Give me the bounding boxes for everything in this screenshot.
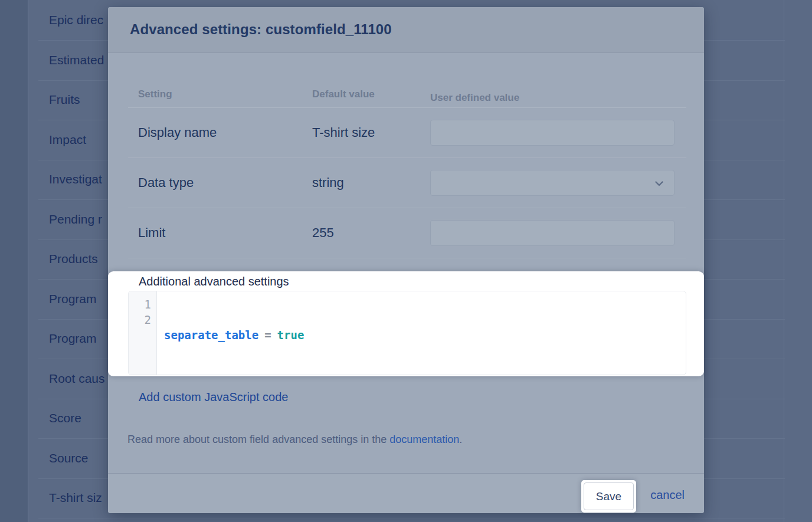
read-more-suffix: . bbox=[459, 434, 462, 445]
code-boolean: true bbox=[230, 375, 257, 375]
additional-settings-label: Additional advanced settings bbox=[139, 275, 289, 288]
line-number-gutter: 1 2 bbox=[129, 291, 157, 375]
table-row-display-name: Display name T-shirt size bbox=[128, 108, 686, 158]
table-row-limit: Limit 255 bbox=[128, 208, 686, 258]
field-list-item: Estimated bbox=[49, 52, 104, 68]
code-operator: = bbox=[217, 375, 224, 375]
spotlight-save-button: Save bbox=[581, 480, 636, 513]
background-right-column-divider bbox=[784, 0, 784, 522]
row-divider bbox=[38, 518, 785, 518]
code-identifier: separate_table bbox=[164, 329, 258, 342]
column-header-setting: Setting bbox=[128, 88, 312, 107]
code-boolean: true bbox=[277, 329, 304, 342]
advanced-settings-dialog: Advanced settings: customfield_11100 Set… bbox=[108, 7, 704, 513]
code-operator: = bbox=[264, 329, 271, 342]
line-number: 2 bbox=[129, 312, 156, 327]
background-sidebar bbox=[0, 0, 28, 522]
save-button[interactable]: Save bbox=[584, 482, 634, 510]
field-list-item: Impact bbox=[49, 132, 86, 147]
table-header-row: Setting Default value User defined value bbox=[128, 83, 686, 108]
settings-table: Setting Default value User defined value… bbox=[128, 83, 686, 258]
dialog-footer: Save cancel bbox=[108, 473, 704, 513]
code-line: separate_table=true bbox=[164, 327, 686, 343]
code-text[interactable]: separate_table=true changes=true bbox=[157, 291, 686, 375]
column-header-default-value: Default value bbox=[312, 88, 430, 107]
default-value: string bbox=[312, 175, 430, 191]
setting-label: Limit bbox=[128, 225, 312, 241]
field-list-item: Epic direc bbox=[49, 12, 103, 28]
dialog-title: Advanced settings: customfield_11100 bbox=[130, 21, 392, 38]
setting-label: Data type bbox=[128, 175, 312, 191]
spotlight-additional-settings: Additional advanced settings 1 2 separat… bbox=[108, 271, 704, 376]
column-header-user-defined-value: User defined value bbox=[430, 88, 686, 107]
chevron-down-icon bbox=[654, 178, 664, 191]
background-column-divider bbox=[28, 0, 28, 522]
field-list-item: Investigat bbox=[49, 172, 102, 187]
read-more-prefix: Read more about custom field advanced se… bbox=[127, 434, 389, 445]
cancel-link[interactable]: cancel bbox=[650, 488, 685, 502]
data-type-select[interactable] bbox=[430, 170, 675, 196]
read-more-text: Read more about custom field advanced se… bbox=[127, 434, 462, 446]
field-list-item: Pending r bbox=[49, 212, 102, 227]
field-list-item: Program bbox=[49, 331, 97, 346]
field-list-item: Program bbox=[49, 291, 97, 307]
code-identifier: changes bbox=[164, 375, 211, 375]
field-list-item: Score bbox=[49, 411, 81, 426]
code-line: changes=true bbox=[164, 373, 686, 375]
documentation-link[interactable]: documentation bbox=[389, 434, 459, 445]
field-list-item: T-shirt siz bbox=[49, 490, 102, 505]
advanced-settings-code-editor[interactable]: 1 2 separate_table=true changes=true bbox=[128, 291, 686, 375]
setting-label: Display name bbox=[128, 125, 312, 140]
field-list-item: Fruits bbox=[49, 92, 80, 107]
table-row-data-type: Data type string bbox=[128, 158, 686, 208]
field-list-item: Products bbox=[49, 251, 98, 267]
line-number: 1 bbox=[129, 297, 156, 312]
field-list-item: Root caus bbox=[49, 371, 105, 386]
page: Epic direc Estimated Fruits Impact Inves… bbox=[0, 0, 812, 522]
display-name-input[interactable] bbox=[430, 120, 675, 146]
field-list-item: Source bbox=[49, 451, 89, 466]
dialog-header: Advanced settings: customfield_11100 bbox=[108, 7, 704, 53]
add-custom-javascript-link[interactable]: Add custom JavaScript code bbox=[139, 390, 288, 404]
default-value: 255 bbox=[312, 225, 430, 241]
limit-input[interactable] bbox=[430, 220, 675, 246]
default-value: T-shirt size bbox=[312, 125, 430, 140]
